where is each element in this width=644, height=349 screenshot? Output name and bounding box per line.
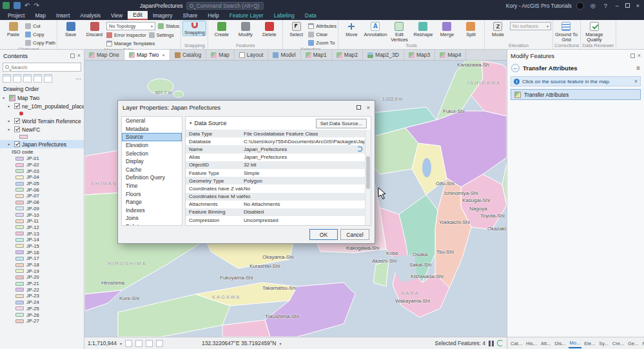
ribbon-tab-map[interactable]: Map bbox=[30, 11, 51, 20]
discard-button[interactable]: Discard bbox=[83, 21, 106, 37]
ribbon-tab-data[interactable]: Data bbox=[300, 11, 322, 20]
legend-item[interactable]: JP-06 bbox=[0, 186, 84, 193]
legend-item[interactable]: JP-02 bbox=[0, 162, 84, 168]
ribbon-tab-labeling[interactable]: Labeling bbox=[269, 11, 300, 20]
view-tab-map-two[interactable]: Map Two× bbox=[124, 50, 170, 60]
transfer-attributes-item[interactable]: Transfer Attributes bbox=[511, 89, 641, 100]
minimize-button[interactable]: – bbox=[614, 3, 621, 9]
legend-item[interactable]: JP-18 bbox=[0, 262, 84, 268]
legend-item[interactable]: JP-11 bbox=[0, 218, 84, 224]
clear-button[interactable]: Clear bbox=[308, 30, 337, 38]
view-tab-map-one[interactable]: Map One bbox=[84, 50, 124, 60]
view-tab-model[interactable]: Model bbox=[268, 50, 300, 60]
set-data-source-button[interactable]: Set Data Source... bbox=[316, 119, 367, 128]
dialog-maximize-button[interactable] bbox=[356, 105, 361, 110]
ok-button[interactable]: OK bbox=[309, 229, 338, 240]
help-icon[interactable]: ? bbox=[602, 3, 609, 9]
dialog-nav-joins[interactable]: Joins bbox=[122, 214, 182, 223]
coords-dropdown-icon[interactable]: ▾ bbox=[279, 341, 281, 346]
dock-tab-his[interactable]: His... bbox=[525, 339, 538, 348]
select-tool-icon[interactable] bbox=[125, 340, 132, 347]
view-tab-map[interactable]: Map bbox=[206, 50, 235, 60]
dock-tab-cre[interactable]: Cre... bbox=[611, 339, 625, 348]
dock-tab-mo[interactable]: Mo... bbox=[569, 339, 582, 348]
legend-item[interactable]: JP-01 bbox=[0, 155, 84, 162]
legend-item[interactable]: JP-08 bbox=[0, 199, 84, 206]
tree-item-map[interactable]: ▾Map Two bbox=[0, 94, 84, 102]
legend-item[interactable]: JP-10 bbox=[0, 212, 84, 218]
surfaces-dropdown[interactable]: No surfaces▾ bbox=[510, 22, 551, 30]
dialog-nav-floors[interactable]: Floors bbox=[122, 190, 182, 198]
user-name[interactable]: Kory - ArcGIS Pro Tutorials bbox=[506, 3, 572, 9]
polygon-symbol[interactable] bbox=[19, 135, 28, 139]
legend-item[interactable]: JP-22 bbox=[0, 286, 84, 293]
expand-icon[interactable]: ▾ bbox=[8, 142, 12, 146]
redo-icon[interactable]: ↷ bbox=[34, 2, 39, 9]
menu-icon[interactable]: ≡ bbox=[636, 65, 640, 72]
dialog-nav-general[interactable]: General bbox=[122, 117, 182, 125]
selected-features-count[interactable]: Selected Features: 4 bbox=[435, 340, 485, 346]
list-by-selection-icon[interactable] bbox=[23, 74, 32, 83]
snapping-button[interactable]: Snapping bbox=[182, 21, 206, 36]
coordinates-readout[interactable]: 132.3220647°E 35.7192459°N bbox=[202, 340, 277, 346]
reshape-button[interactable]: Reshape bbox=[411, 21, 435, 37]
ribbon-tab-imagery[interactable]: Imagery bbox=[148, 11, 178, 20]
legend-item[interactable]: JP-25 bbox=[0, 306, 84, 312]
merge-button[interactable]: Merge bbox=[435, 21, 459, 37]
refresh-icon[interactable] bbox=[357, 146, 362, 152]
list-by-editing-icon[interactable] bbox=[34, 74, 42, 83]
legend-item[interactable]: JP-20 bbox=[0, 274, 84, 281]
dialog-nav-elevation[interactable]: Elevation bbox=[122, 141, 182, 150]
contents-search-input[interactable] bbox=[11, 65, 69, 70]
view-tab-map2_3d[interactable]: Map2_3D bbox=[363, 50, 404, 60]
list-by-source-icon[interactable] bbox=[13, 74, 21, 83]
copy-button[interactable]: Copy bbox=[25, 30, 55, 38]
copy-path-button[interactable]: Copy Path bbox=[25, 39, 55, 46]
ribbon-tab-insert[interactable]: Insert bbox=[51, 11, 75, 20]
delete-button[interactable]: Delete bbox=[257, 21, 281, 37]
dock-tab-ele[interactable]: Ele... bbox=[583, 339, 596, 348]
dialog-title-bar[interactable]: Layer Properties: Japan Prefectures × bbox=[118, 101, 375, 114]
more-options-icon[interactable]: ⋯ bbox=[75, 75, 81, 82]
ribbon-tab-edit[interactable]: Edit bbox=[128, 11, 148, 20]
error-inspector-button[interactable]: Error Inspector bbox=[106, 31, 146, 39]
legend-item[interactable]: JP-09 bbox=[0, 206, 84, 212]
command-search[interactable]: Command Search (Alt+Q) bbox=[186, 2, 264, 10]
pause-drawing-icon[interactable] bbox=[489, 341, 494, 346]
settings-button[interactable]: Settings bbox=[149, 31, 174, 39]
modify-button[interactable]: Modify bbox=[233, 21, 257, 37]
legend-item[interactable]: JP-15 bbox=[0, 243, 84, 250]
list-by-drawing-order-icon[interactable] bbox=[3, 74, 11, 83]
save-project-icon[interactable] bbox=[14, 2, 21, 9]
dock-tab-dis[interactable]: Dis... bbox=[553, 339, 567, 348]
dialog-nav-indexes[interactable]: Indexes bbox=[122, 206, 182, 215]
legend-item[interactable]: JP-03 bbox=[0, 168, 84, 174]
view-tab-map2[interactable]: Map2 bbox=[332, 50, 363, 60]
grid-status-icon[interactable] bbox=[156, 340, 163, 347]
mode-button[interactable]: ZMode bbox=[486, 21, 510, 37]
layers-status-icon[interactable] bbox=[135, 340, 142, 347]
expand-icon[interactable]: ▾ bbox=[8, 119, 12, 123]
attributes-button[interactable]: Attributes bbox=[308, 22, 337, 30]
dialog-nav-definition-query[interactable]: Definition Query bbox=[122, 174, 182, 182]
legend-item[interactable]: JP-05 bbox=[0, 181, 84, 187]
view-tab-layout[interactable]: Layout bbox=[235, 50, 269, 60]
info-close-icon[interactable]: × bbox=[634, 78, 638, 85]
expand-icon[interactable]: ▾ bbox=[8, 104, 12, 108]
expand-icon[interactable]: ▾ bbox=[3, 95, 7, 100]
dialog-nav-range[interactable]: Range bbox=[122, 198, 182, 206]
legend-item[interactable]: JP-27 bbox=[0, 318, 84, 324]
undo-icon[interactable]: ↶ bbox=[24, 2, 30, 9]
view-tab-map4[interactable]: Map4 bbox=[435, 50, 466, 60]
expand-icon[interactable]: ▾ bbox=[8, 127, 12, 132]
view-tab-catalog[interactable]: Catalog bbox=[170, 50, 206, 60]
ground-to-grid-button[interactable]: Ground To Grid bbox=[554, 21, 578, 43]
auto-hide-icon[interactable] bbox=[70, 54, 75, 58]
layer-checkbox[interactable] bbox=[14, 118, 20, 124]
create-button[interactable]: Create bbox=[210, 21, 233, 37]
close-button[interactable]: × bbox=[634, 3, 641, 9]
layer-checkbox[interactable] bbox=[14, 103, 20, 109]
dialog-nav-display[interactable]: Display bbox=[122, 157, 182, 166]
legend-item[interactable]: JP-13 bbox=[0, 230, 84, 237]
avatar[interactable] bbox=[576, 2, 584, 10]
